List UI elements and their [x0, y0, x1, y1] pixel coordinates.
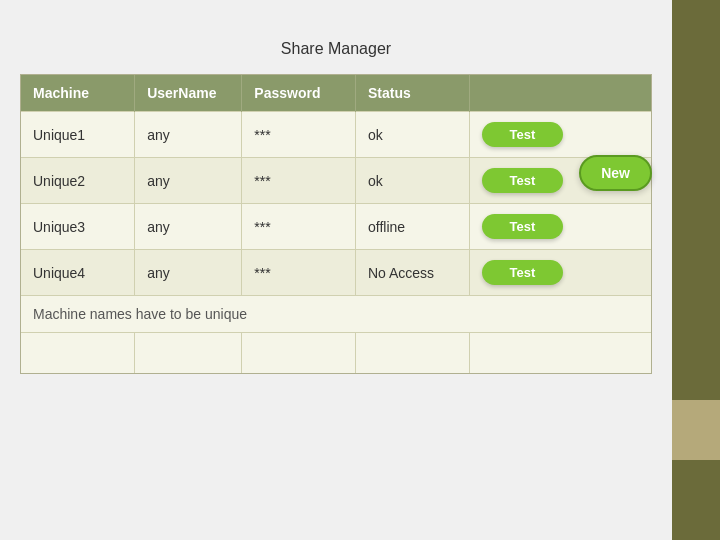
test-button-row-1[interactable]: Test [482, 122, 564, 147]
test-button-row-4[interactable]: Test [482, 260, 564, 285]
empty-cell [21, 333, 135, 373]
empty-cell [469, 333, 651, 373]
cell-password: *** [242, 204, 356, 250]
header-machine: Machine [21, 75, 135, 112]
share-manager-table: Machine UserName Password Status Unique1… [20, 74, 652, 374]
cell-action: Test [469, 204, 651, 250]
new-button[interactable]: New [579, 155, 652, 191]
test-button-row-3[interactable]: Test [482, 214, 564, 239]
empty-cell [355, 333, 469, 373]
cell-machine: Unique4 [21, 250, 135, 296]
table-row: Unique3any***offlineTest [21, 204, 651, 250]
cell-password: *** [242, 250, 356, 296]
right-sidebar-lower [672, 400, 720, 460]
page-title: Share Manager [20, 40, 652, 58]
cell-status: No Access [355, 250, 469, 296]
cell-username: any [135, 158, 242, 204]
test-button-row-2[interactable]: Test [482, 168, 564, 193]
cell-status: ok [355, 158, 469, 204]
header-action [469, 75, 651, 112]
cell-password: *** [242, 158, 356, 204]
cell-username: any [135, 250, 242, 296]
footer-note-row: Machine names have to be unique [21, 296, 651, 333]
table-row: Unique2any***okTest [21, 158, 651, 204]
cell-machine: Unique3 [21, 204, 135, 250]
cell-status: offline [355, 204, 469, 250]
empty-cell [242, 333, 356, 373]
cell-username: any [135, 204, 242, 250]
header-status: Status [355, 75, 469, 112]
cell-action: Test [469, 250, 651, 296]
empty-row [21, 333, 651, 373]
cell-status: ok [355, 112, 469, 158]
header-password: Password [242, 75, 356, 112]
table-row: Unique4any***No AccessTest [21, 250, 651, 296]
cell-action: Test [469, 112, 651, 158]
cell-machine: Unique1 [21, 112, 135, 158]
empty-cell [135, 333, 242, 373]
cell-machine: Unique2 [21, 158, 135, 204]
header-username: UserName [135, 75, 242, 112]
table-header-row: Machine UserName Password Status [21, 75, 651, 112]
main-content: Share Manager Machine UserName Password … [0, 0, 672, 394]
cell-username: any [135, 112, 242, 158]
cell-password: *** [242, 112, 356, 158]
footer-note: Machine names have to be unique [21, 296, 651, 333]
table-row: Unique1any***okTest [21, 112, 651, 158]
